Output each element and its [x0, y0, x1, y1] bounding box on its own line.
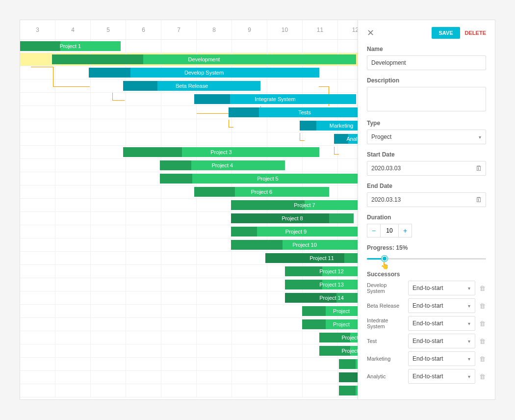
successor-type-select[interactable] [408, 334, 475, 348]
delete-button[interactable]: DELETE [465, 30, 486, 36]
trash-icon[interactable]: 🗑 [478, 285, 486, 292]
start-date-input[interactable] [367, 161, 486, 176]
task-bar[interactable]: Develop System [89, 68, 319, 78]
task-label: Integrate System [194, 94, 356, 104]
scale-cell: 4 [55, 20, 91, 39]
task-bar[interactable]: Integrate System [194, 94, 356, 104]
progress-slider[interactable]: 👆 [367, 254, 486, 264]
calendar-icon[interactable]: 🗓 [475, 164, 482, 172]
successor-name: Beta Release [367, 303, 405, 309]
trash-icon[interactable]: 🗑 [478, 320, 486, 327]
name-label: Name [367, 46, 486, 52]
task-label: Beta Release [123, 81, 260, 91]
calendar-icon[interactable]: 🗓 [475, 196, 482, 204]
successor-name: Develop System [367, 282, 405, 294]
start-date-label: Start Date [367, 151, 486, 158]
trash-icon[interactable]: 🗑 [478, 373, 486, 380]
duration-label: Duration [367, 214, 486, 221]
task-label: Develop System [89, 68, 319, 78]
dependency-line [319, 86, 329, 87]
successor-row: Develop System🗑 [367, 281, 486, 295]
task-bar[interactable]: Development [52, 54, 356, 64]
task-bar[interactable]: Project 6 [194, 187, 329, 197]
dependency-line [229, 127, 233, 128]
dependency-line [334, 147, 335, 154]
progress-label: Progress: 15% [367, 244, 486, 251]
task-bar[interactable]: Project 7 [231, 200, 378, 210]
save-button[interactable]: SAVE [432, 27, 460, 39]
task-label: Project 8 [231, 213, 354, 223]
cursor-icon: 👆 [381, 262, 389, 269]
task-bar[interactable]: Project 4 [160, 160, 285, 170]
task-label: Project 5 [160, 174, 376, 184]
duration-increment-button[interactable]: + [398, 224, 412, 237]
end-date-input[interactable] [367, 192, 486, 207]
duration-decrement-button[interactable]: − [367, 224, 381, 237]
dependency-line [300, 133, 300, 140]
task-label: Project 3 [123, 147, 319, 157]
task-bar[interactable]: Project 10 [231, 240, 378, 250]
trash-icon[interactable]: 🗑 [478, 355, 486, 363]
type-label: Type [367, 120, 486, 127]
description-label: Description [367, 77, 486, 84]
task-label: Project 4 [160, 160, 285, 170]
scale-cell: 11 [303, 20, 338, 39]
dependency-line [229, 120, 229, 127]
task-label: Project 7 [231, 200, 378, 210]
successor-row: Marketing🗑 [367, 351, 486, 366]
trash-icon[interactable]: 🗑 [478, 338, 486, 345]
dependency-line [300, 140, 305, 141]
dependency-line [53, 86, 90, 87]
successor-row: Intedrate System🗑 [367, 316, 486, 331]
task-bar[interactable]: Project 5 [160, 174, 376, 184]
scale-cell: 8 [197, 20, 232, 39]
dependency-line [112, 100, 125, 101]
dependency-line [31, 67, 53, 67]
successor-type-select[interactable] [408, 298, 475, 313]
task-bar[interactable]: Project 1 [20, 41, 121, 51]
scale-cell: 3 [20, 20, 55, 39]
task-label: Project 6 [194, 187, 329, 197]
scale-cell: 9 [232, 20, 267, 39]
type-select[interactable] [367, 130, 486, 144]
task-label: Project 10 [231, 240, 378, 250]
task-edit-panel: ✕ SAVE DELETE Name Description Type Star… [358, 20, 495, 399]
successor-type-select[interactable] [408, 351, 475, 366]
successor-type-select[interactable] [408, 281, 475, 295]
dependency-line [112, 93, 113, 100]
task-label: Development [52, 54, 356, 64]
gantt-frame: 345678910111213 Project 1DevelopmentDeve… [20, 20, 495, 400]
successor-name: Analytic [367, 373, 405, 379]
duration-input[interactable] [381, 224, 398, 237]
successor-name: Test [367, 338, 405, 344]
scale-cell: 6 [126, 20, 161, 39]
scale-cell: 10 [267, 20, 303, 39]
successor-type-select[interactable] [408, 316, 475, 331]
successors-label: Successors [367, 271, 486, 278]
dependency-line [53, 67, 53, 86]
trash-icon[interactable]: 🗑 [478, 302, 486, 310]
close-icon[interactable]: ✕ [367, 28, 374, 37]
scale-cell: 7 [161, 20, 197, 39]
task-bar[interactable]: Beta Release [123, 81, 260, 91]
task-label: Project 9 [231, 227, 361, 236]
successor-row: Test🗑 [367, 334, 486, 348]
end-date-label: End Date [367, 183, 486, 189]
successor-type-select[interactable] [408, 369, 475, 384]
task-bar[interactable]: Project 9 [231, 227, 361, 236]
panel-header: ✕ SAVE DELETE [367, 27, 486, 39]
description-input[interactable] [367, 87, 486, 111]
scale-cell: 5 [91, 20, 126, 39]
successor-row: Beta Release🗑 [367, 298, 486, 313]
successor-row: Analytic🗑 [367, 369, 486, 384]
dependency-line [334, 154, 339, 155]
successor-name: Intedrate System [367, 317, 405, 329]
task-label: Project 1 [20, 41, 121, 51]
successor-name: Marketing [367, 356, 405, 362]
task-bar[interactable]: Project 8 [231, 213, 354, 223]
name-input[interactable] [367, 55, 486, 70]
task-bar[interactable]: Project 3 [123, 147, 319, 157]
